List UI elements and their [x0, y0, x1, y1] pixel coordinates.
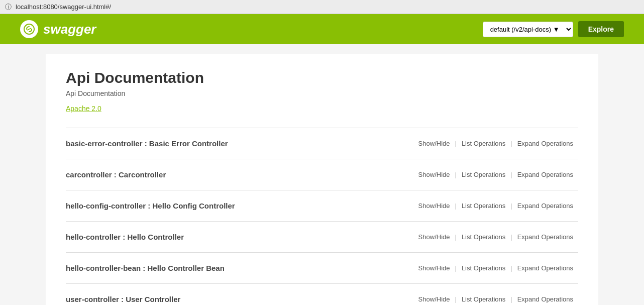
controller-actions: Show/Hide | List Operations | Expand Ope…: [413, 140, 578, 147]
list-operations-link[interactable]: List Operations: [457, 233, 510, 241]
controller-name: carcontroller : Carcontroller: [66, 164, 413, 185]
controller-actions: Show/Hide | List Operations | Expand Ope…: [413, 202, 578, 210]
list-operations-link[interactable]: List Operations: [457, 295, 510, 303]
url-text: localhost:8080/swagger-ui.html#/: [16, 3, 111, 11]
controller-name: hello-controller-bean : Hello Controller…: [66, 258, 413, 278]
controller-actions: Show/Hide | List Operations | Expand Ope…: [413, 264, 578, 272]
address-bar: ⓘ localhost:8080/swagger-ui.html#/: [0, 0, 644, 14]
apache-license-link[interactable]: Apache 2.0: [66, 105, 101, 113]
controller-actions: Show/Hide | List Operations | Expand Ope…: [413, 171, 578, 178]
list-operations-link[interactable]: List Operations: [457, 202, 510, 210]
page-subtitle: Api Documentation: [66, 89, 578, 97]
expand-operations-link[interactable]: Expand Operations: [512, 140, 578, 147]
expand-operations-link[interactable]: Expand Operations: [512, 295, 578, 303]
controller-row: user-controller : User Controller Show/H…: [66, 284, 578, 305]
show-hide-link[interactable]: Show/Hide: [413, 202, 455, 210]
info-icon: ⓘ: [5, 3, 12, 12]
swagger-logo: [20, 20, 38, 38]
controller-name: hello-controller : Hello Controller: [66, 227, 413, 247]
header: swagger default (/v2/api-docs) ▼ Explore: [0, 14, 644, 44]
swagger-brand-title: swagger: [43, 22, 96, 37]
main-content: Api Documentation Api Documentation Apac…: [46, 54, 598, 305]
explore-button[interactable]: Explore: [578, 21, 624, 37]
controller-actions: Show/Hide | List Operations | Expand Ope…: [413, 295, 578, 303]
controller-row: hello-controller-bean : Hello Controller…: [66, 253, 578, 284]
controllers-list: basic-error-controller : Basic Error Con…: [66, 128, 578, 305]
controller-row: hello-config-controller : Hello Config C…: [66, 190, 578, 222]
controller-row: hello-controller : Hello Controller Show…: [66, 222, 578, 253]
list-operations-link[interactable]: List Operations: [457, 140, 510, 147]
show-hide-link[interactable]: Show/Hide: [413, 295, 455, 303]
show-hide-link[interactable]: Show/Hide: [413, 140, 455, 147]
controller-name: hello-config-controller : Hello Config C…: [66, 195, 413, 216]
expand-operations-link[interactable]: Expand Operations: [512, 171, 578, 178]
page-title: Api Documentation: [66, 69, 578, 86]
show-hide-link[interactable]: Show/Hide: [413, 233, 455, 241]
controller-name: user-controller : User Controller: [66, 289, 413, 305]
header-right: default (/v2/api-docs) ▼ Explore: [483, 21, 624, 37]
expand-operations-link[interactable]: Expand Operations: [512, 264, 578, 272]
show-hide-link[interactable]: Show/Hide: [413, 171, 455, 178]
show-hide-link[interactable]: Show/Hide: [413, 264, 455, 272]
controller-name: basic-error-controller : Basic Error Con…: [66, 133, 413, 154]
expand-operations-link[interactable]: Expand Operations: [512, 233, 578, 241]
list-operations-link[interactable]: List Operations: [457, 264, 510, 272]
controller-actions: Show/Hide | List Operations | Expand Ope…: [413, 233, 578, 241]
controller-row: carcontroller : Carcontroller Show/Hide …: [66, 159, 578, 190]
controller-row: basic-error-controller : Basic Error Con…: [66, 128, 578, 159]
header-left: swagger: [20, 20, 96, 38]
expand-operations-link[interactable]: Expand Operations: [512, 202, 578, 210]
list-operations-link[interactable]: List Operations: [457, 171, 510, 178]
api-docs-select[interactable]: default (/v2/api-docs) ▼: [483, 22, 573, 37]
